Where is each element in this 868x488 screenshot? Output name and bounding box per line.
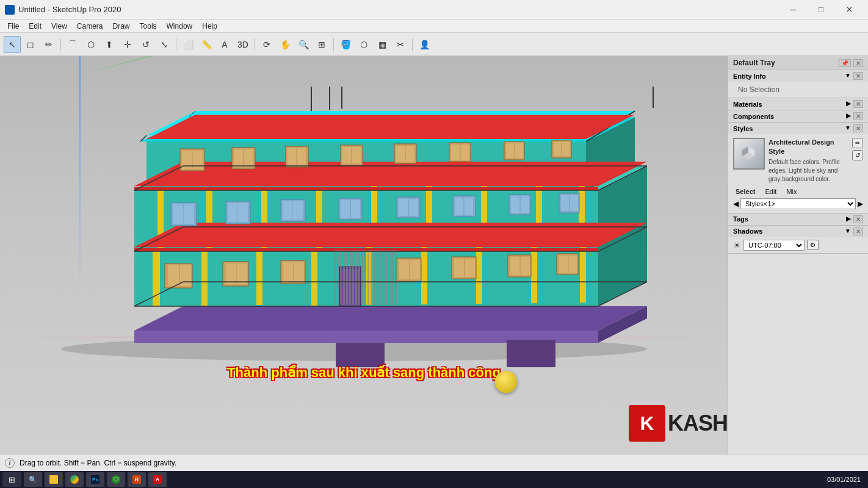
- pushpull-tool[interactable]: ⬆: [101, 36, 118, 53]
- info-icon: i: [5, 458, 15, 468]
- statusbar: i Drag to orbit. Shift = Pan. Ctrl = sus…: [0, 454, 868, 471]
- 3dtext-tool[interactable]: 3D: [234, 36, 251, 53]
- tags-close[interactable]: ✕: [853, 215, 863, 223]
- style-refresh-button[interactable]: ↺: [852, 150, 863, 160]
- svg-rect-63: [342, 269, 350, 306]
- minimize-button[interactable]: ─: [779, 0, 807, 20]
- entity-info-section: Entity Info ▼ ✕ No Selection: [728, 70, 868, 98]
- panel-scroll-area[interactable]: [728, 254, 868, 454]
- components-arrow: ▶: [846, 112, 851, 120]
- entity-info-close[interactable]: ✕: [853, 72, 863, 80]
- svg-rect-97: [297, 148, 306, 165]
- menu-window[interactable]: Window: [162, 21, 198, 32]
- style-edit-button[interactable]: ✏: [852, 138, 863, 148]
- components-close[interactable]: ✕: [853, 112, 863, 120]
- style-tab-select[interactable]: Select: [733, 187, 758, 196]
- menu-edit[interactable]: Edit: [24, 21, 46, 32]
- axis-green: [79, 56, 286, 76]
- svg-rect-123: [358, 250, 360, 305]
- orbit-tool[interactable]: ⟳: [258, 36, 275, 53]
- svg-marker-1: [134, 306, 647, 331]
- style-prev-icon[interactable]: ◀: [733, 199, 739, 208]
- svg-rect-64: [350, 269, 359, 306]
- styles-content: Architectural Design Style Default face …: [728, 134, 868, 213]
- viewport[interactable]: Thành phẩm sau khi xuất sang thành công …: [0, 56, 728, 454]
- style-dropdown-row: ◀ Styles<1> ▶: [733, 198, 863, 209]
- svg-rect-134: [392, 250, 394, 305]
- pencil-tool[interactable]: ✏: [40, 36, 57, 53]
- close-button[interactable]: ✕: [835, 0, 863, 20]
- menu-draw[interactable]: Draw: [108, 21, 135, 32]
- materials-header[interactable]: Materials ▶ ✕: [728, 98, 868, 110]
- maximize-button[interactable]: □: [807, 0, 835, 20]
- svg-rect-106: [461, 145, 469, 160]
- rotate-tool[interactable]: ↺: [137, 36, 154, 53]
- shape-tool[interactable]: ⬡: [82, 36, 99, 53]
- svg-rect-79: [409, 199, 418, 216]
- components-header[interactable]: Components ▶ ✕: [728, 110, 868, 122]
- shadows-header[interactable]: Shadows ▼ ✕: [728, 226, 868, 237]
- taskbar-red-app[interactable]: A: [148, 472, 167, 487]
- style-tab-edit[interactable]: Edit: [762, 187, 779, 196]
- svg-rect-115: [334, 250, 336, 305]
- svg-rect-120: [349, 250, 351, 305]
- svg-rect-67: [184, 204, 194, 224]
- svg-rect-114: [507, 340, 555, 367]
- scale-tool[interactable]: ⤡: [156, 36, 173, 53]
- components-tool[interactable]: ⬡: [355, 36, 372, 53]
- materials-close[interactable]: ✕: [853, 100, 863, 108]
- panel-close-button[interactable]: ✕: [853, 59, 863, 67]
- eraser-tool[interactable]: ◻: [22, 36, 39, 53]
- zoom-tool[interactable]: 🔍: [295, 36, 312, 53]
- style-info: Architectural Design Style Default face …: [769, 138, 848, 184]
- groups-tool[interactable]: ▦: [374, 36, 391, 53]
- styles-header[interactable]: Styles ▼ ✕: [728, 123, 868, 134]
- select-tool[interactable]: ↖: [4, 36, 21, 53]
- menu-camera[interactable]: Camera: [72, 21, 108, 32]
- taskbar-file-explorer[interactable]: [45, 472, 63, 487]
- menu-view[interactable]: View: [46, 21, 72, 32]
- section-tool[interactable]: ✂: [392, 36, 409, 53]
- style-dropdown[interactable]: Styles<1>: [740, 198, 856, 209]
- tape-tool[interactable]: 📏: [198, 36, 215, 53]
- entity-info-header[interactable]: Entity Info ▼ ✕: [728, 70, 868, 82]
- svg-rect-112: [562, 142, 570, 156]
- start-button[interactable]: ⊞: [2, 472, 21, 487]
- offset-tool[interactable]: ⬜: [179, 36, 197, 53]
- menu-tools[interactable]: Tools: [135, 21, 162, 32]
- style-next-icon[interactable]: ▶: [858, 199, 863, 208]
- paint-tool[interactable]: 🪣: [337, 36, 354, 53]
- svg-rect-93: [234, 149, 243, 167]
- arc-tool[interactable]: ⌒: [64, 36, 81, 53]
- utc-select[interactable]: UTC-07:00 UTC-08:00 UTC+00:00 UTC+07:00: [743, 240, 805, 251]
- menu-help[interactable]: Help: [197, 21, 222, 32]
- pan-tool[interactable]: ✋: [277, 36, 294, 53]
- taskbar-search[interactable]: 🔍: [24, 472, 42, 487]
- title-bar: Untitled - SketchUp Pro 2020 ─ □ ✕: [0, 0, 868, 20]
- shadows-close[interactable]: ✕: [853, 228, 863, 235]
- app-icon: [5, 5, 15, 15]
- red-app-icon: A: [153, 475, 162, 484]
- taskbar-revit[interactable]: R: [128, 472, 146, 487]
- svg-rect-18: [153, 251, 160, 306]
- move-tool[interactable]: ✛: [119, 36, 136, 53]
- styles-close[interactable]: ✕: [853, 124, 863, 132]
- style-tab-mix[interactable]: Mix: [784, 187, 799, 196]
- taskbar-chrome[interactable]: [65, 472, 84, 487]
- svg-rect-109: [515, 143, 523, 158]
- components-section: Components ▶ ✕: [728, 110, 868, 123]
- taskbar-shield[interactable]: 🛡: [107, 472, 125, 487]
- zoom-extents-tool[interactable]: ⊞: [313, 36, 330, 53]
- svg-rect-60: [559, 256, 568, 273]
- tags-header[interactable]: Tags ▶ ✕: [728, 214, 868, 225]
- user-tool[interactable]: 👤: [416, 36, 433, 53]
- menu-file[interactable]: File: [2, 21, 24, 32]
- taskbar-photoshop[interactable]: Ps: [86, 472, 104, 487]
- utc-settings-button[interactable]: ⚙: [807, 240, 819, 250]
- text-tool[interactable]: A: [216, 36, 233, 53]
- chrome-icon: [70, 475, 79, 484]
- kash-brand-text: KASH: [668, 411, 728, 436]
- svg-rect-52: [410, 260, 420, 279]
- components-label: Components: [733, 113, 774, 120]
- panel-pin-button[interactable]: 📌: [839, 59, 851, 67]
